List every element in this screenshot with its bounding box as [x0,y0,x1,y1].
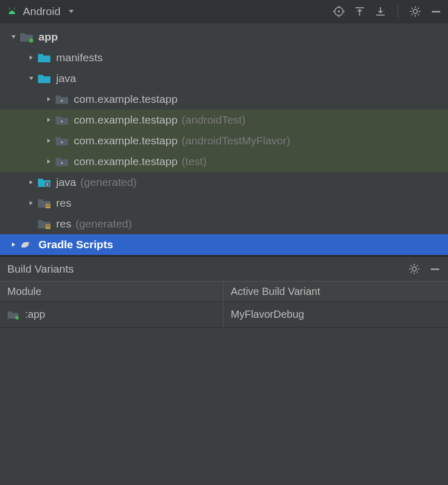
module-name: :app [25,308,45,320]
tree-label-suffix: (androidTestMyFlavor) [182,134,291,147]
svg-line-19 [412,14,413,15]
chevron-down-icon[interactable] [7,34,20,40]
chevron-right-icon[interactable] [43,96,55,102]
target-icon[interactable] [333,6,345,17]
tree-label: res [56,218,71,230]
svg-rect-10 [376,15,385,16]
tree-node-package-androidtest[interactable]: com.example.testapp (androidTest) [0,110,448,130]
module-folder-icon [20,30,33,44]
chevron-right-icon[interactable] [43,138,55,144]
expand-all-icon[interactable] [375,6,386,17]
chevron-right-icon[interactable] [43,158,55,165]
package-icon [55,155,69,168]
tree-label-suffix: (androidTest) [182,114,246,126]
tree-label: com.example.testapp [74,114,178,126]
tree-label: res [56,197,71,209]
tree-label: Gradle Scripts [38,238,113,251]
svg-point-12 [413,9,417,14]
build-variants-table-header: Module Active Build Variant [0,281,448,302]
toolbar-separator [398,5,398,18]
build-variants-row[interactable]: :app MyFlavorDebug [0,302,448,328]
collapse-all-icon[interactable] [354,6,365,17]
package-icon [55,92,69,106]
svg-rect-11 [380,7,381,12]
tree-label: app [38,31,58,43]
svg-rect-8 [355,7,364,8]
tree-node-package-androidtestmyflavor[interactable]: com.example.testapp (androidTestMyFlavor… [0,130,448,151]
package-icon [55,113,69,127]
project-tree: app manifests java com.example.testapp [0,23,448,255]
svg-point-3 [338,10,340,12]
svg-point-45 [15,316,19,319]
svg-point-25 [61,141,63,143]
res-folder-icon [37,217,51,231]
svg-rect-21 [432,11,440,12]
svg-point-23 [61,100,63,102]
toolbar-left: Android [6,5,333,18]
folder-icon [37,72,51,85]
svg-point-24 [61,120,63,123]
gear-icon[interactable] [410,6,421,17]
chevron-right-icon[interactable] [7,241,20,248]
toolbar-right [333,5,442,18]
svg-line-17 [412,8,413,9]
minimize-icon[interactable] [430,6,442,17]
tree-node-res[interactable]: res [0,193,448,213]
build-variants-header: Build Variants [0,257,448,281]
svg-point-34 [29,243,31,245]
tree-node-manifests[interactable]: manifests [0,47,448,68]
tree-label-suffix: (generated) [75,218,132,230]
tree-node-gradle-scripts[interactable]: Gradle Scripts [0,234,448,255]
build-variants-panel: Build Variants Module Active Build Varia… [0,255,448,473]
gradle-icon [20,238,33,251]
svg-point-35 [412,267,416,271]
svg-point-0 [10,11,11,12]
empty-area [0,328,448,473]
variant-cell[interactable]: MyFlavorDebug [223,302,448,327]
tree-label: java [56,72,76,85]
svg-line-41 [417,272,418,273]
gear-icon[interactable] [409,263,420,275]
tree-node-java-generated[interactable]: java (generated) [0,172,448,193]
tree-label: com.example.testapp [74,93,178,105]
tree-label: com.example.testapp [74,155,178,168]
svg-line-42 [411,272,412,273]
svg-point-22 [29,38,33,43]
chevron-right-icon[interactable] [25,55,37,61]
project-toolbar: Android [0,0,448,23]
package-icon [55,134,69,147]
svg-rect-44 [431,268,439,270]
tree-label: java [56,176,76,188]
svg-line-18 [418,14,419,15]
chevron-down-icon[interactable] [25,75,37,82]
tree-node-java[interactable]: java [0,68,448,89]
folder-icon [37,51,51,64]
minimize-icon[interactable] [429,263,441,275]
tree-node-app[interactable]: app [0,26,448,47]
build-variants-title: Build Variants [7,263,74,275]
variant-name: MyFlavorDebug [231,308,304,320]
svg-line-20 [418,8,419,9]
generated-folder-icon [37,176,51,189]
svg-point-26 [61,162,63,164]
tree-label-suffix: (generated) [81,176,137,188]
tree-label: manifests [56,51,103,64]
column-header-active-variant[interactable]: Active Build Variant [223,281,448,301]
view-selector-label[interactable]: Android [23,5,60,18]
module-cell[interactable]: :app [0,302,223,327]
chevron-right-icon[interactable] [25,200,37,206]
tree-node-package-main[interactable]: com.example.testapp [0,89,448,110]
tree-node-res-generated[interactable]: res (generated) [0,213,448,234]
res-folder-icon [37,196,51,210]
tree-label: com.example.testapp [74,134,178,147]
svg-line-40 [411,265,412,266]
dropdown-triangle-icon[interactable] [65,6,77,17]
android-icon [6,6,18,17]
svg-line-43 [417,265,418,266]
chevron-right-icon[interactable] [25,179,37,185]
tree-node-package-test[interactable]: com.example.testapp (test) [0,151,448,172]
tree-label-suffix: (test) [182,155,207,168]
module-folder-icon [7,309,19,320]
column-header-module[interactable]: Module [0,281,223,301]
chevron-right-icon[interactable] [43,117,55,123]
